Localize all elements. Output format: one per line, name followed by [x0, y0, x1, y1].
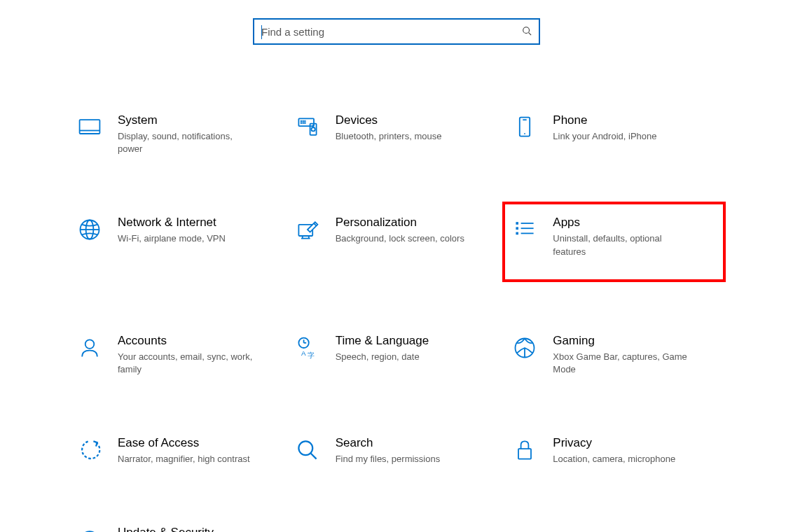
- setting-title: Apps: [553, 216, 693, 230]
- setting-desc: Xbox Game Bar, captures, Game Mode: [553, 351, 693, 376]
- setting-system[interactable]: System Display, sound, notifications, po…: [70, 108, 288, 161]
- setting-search[interactable]: Search Find my files, permissions: [288, 430, 506, 471]
- setting-title: Personalization: [336, 216, 464, 230]
- setting-gaming[interactable]: Gaming Xbox Game Bar, captures, Game Mod…: [505, 328, 723, 382]
- setting-desc: Link your Android, iPhone: [553, 130, 656, 143]
- svg-point-17: [524, 133, 525, 134]
- svg-text:A: A: [301, 349, 306, 357]
- search-box[interactable]: [253, 18, 540, 45]
- setting-title: Devices: [336, 113, 442, 127]
- system-icon: [76, 113, 104, 141]
- setting-personalization[interactable]: Personalization Background, lock screen,…: [288, 210, 506, 279]
- svg-text:字: 字: [308, 351, 315, 359]
- privacy-icon: [511, 436, 539, 464]
- setting-apps[interactable]: Apps Uninstall, defaults, optional featu…: [505, 204, 723, 279]
- setting-title: Phone: [553, 113, 656, 127]
- setting-text: Accounts Your accounts, email, sync, wor…: [118, 334, 258, 376]
- svg-line-40: [310, 454, 316, 459]
- network-icon: [76, 216, 104, 244]
- svg-rect-26: [516, 223, 519, 225]
- svg-point-11: [305, 122, 305, 123]
- update-icon: [76, 526, 104, 532]
- ease-icon: [76, 436, 104, 464]
- setting-desc: Narrator, magnifier, high contrast: [118, 453, 250, 465]
- accounts-icon: [76, 334, 104, 362]
- setting-privacy[interactable]: Privacy Location, camera, microphone: [505, 430, 723, 471]
- setting-ease[interactable]: Ease of Access Narrator, magnifier, high…: [70, 430, 288, 471]
- setting-text: Network & Internet Wi-Fi, airplane mode,…: [118, 216, 226, 245]
- svg-point-0: [523, 27, 530, 33]
- setting-desc: Background, lock screen, colors: [336, 232, 464, 245]
- gaming-icon: [511, 334, 539, 362]
- svg-line-1: [529, 32, 532, 35]
- svg-point-13: [311, 127, 315, 131]
- time-icon: A 字: [294, 334, 322, 362]
- setting-network[interactable]: Network & Internet Wi-Fi, airplane mode,…: [70, 210, 288, 279]
- setting-title: Gaming: [553, 334, 693, 348]
- setting-desc: Your accounts, email, sync, work, family: [118, 351, 258, 376]
- setting-title: Time & Language: [336, 334, 429, 348]
- setting-title: Privacy: [553, 436, 675, 450]
- setting-title: Ease of Access: [118, 436, 250, 450]
- svg-point-32: [85, 340, 95, 349]
- setting-title: Network & Internet: [118, 216, 226, 230]
- search-input[interactable]: [261, 26, 522, 38]
- setting-update[interactable]: Update & Security Windows Update, recove…: [70, 520, 288, 532]
- setting-desc: Find my files, permissions: [336, 453, 441, 465]
- phone-icon: [511, 113, 539, 141]
- setting-title: Update & Security: [118, 526, 258, 532]
- setting-desc: Bluetooth, printers, mouse: [336, 130, 442, 143]
- setting-desc: Location, camera, microphone: [553, 453, 675, 465]
- setting-text: Search Find my files, permissions: [336, 436, 441, 465]
- setting-text: Phone Link your Android, iPhone: [553, 113, 656, 143]
- text-cursor: [261, 25, 262, 39]
- setting-text: Apps Uninstall, defaults, optional featu…: [553, 216, 693, 258]
- setting-phone[interactable]: Phone Link your Android, iPhone: [505, 108, 723, 161]
- setting-time[interactable]: A 字 Time & Language Speech, region, date: [288, 328, 506, 382]
- setting-text: Gaming Xbox Game Bar, captures, Game Mod…: [553, 334, 693, 376]
- setting-title: Accounts: [118, 334, 258, 348]
- search-setting-icon: [294, 436, 322, 464]
- setting-accounts[interactable]: Accounts Your accounts, email, sync, wor…: [70, 328, 288, 382]
- search-icon: [522, 26, 532, 38]
- setting-text: Personalization Background, lock screen,…: [336, 216, 464, 245]
- svg-rect-41: [518, 449, 531, 458]
- svg-rect-27: [516, 227, 519, 230]
- setting-text: Update & Security Windows Update, recove…: [118, 526, 258, 532]
- svg-rect-2: [80, 120, 100, 134]
- setting-devices[interactable]: Devices Bluetooth, printers, mouse: [288, 108, 506, 161]
- svg-point-39: [298, 442, 312, 456]
- settings-grid: System Display, sound, notifications, po…: [0, 108, 793, 532]
- setting-text: Ease of Access Narrator, magnifier, high…: [118, 436, 250, 465]
- svg-point-8: [305, 121, 305, 122]
- setting-title: System: [118, 113, 258, 127]
- setting-title: Search: [336, 436, 441, 450]
- setting-desc: Display, sound, notifications, power: [118, 130, 258, 155]
- svg-point-14: [312, 125, 313, 126]
- personalization-icon: [294, 216, 322, 244]
- search-container: [0, 0, 793, 45]
- svg-point-7: [303, 121, 303, 122]
- svg-rect-28: [516, 232, 519, 235]
- devices-icon: [294, 113, 322, 141]
- svg-point-6: [301, 121, 301, 122]
- setting-desc: Wi-Fi, airplane mode, VPN: [118, 232, 226, 245]
- svg-point-9: [301, 122, 301, 123]
- setting-text: Privacy Location, camera, microphone: [553, 436, 675, 465]
- setting-text: System Display, sound, notifications, po…: [118, 113, 258, 155]
- apps-icon: [511, 216, 539, 244]
- setting-text: Devices Bluetooth, printers, mouse: [336, 113, 442, 143]
- setting-desc: Speech, region, date: [336, 351, 429, 363]
- setting-desc: Uninstall, defaults, optional features: [553, 232, 693, 258]
- svg-point-10: [303, 122, 303, 123]
- setting-text: Time & Language Speech, region, date: [336, 334, 429, 363]
